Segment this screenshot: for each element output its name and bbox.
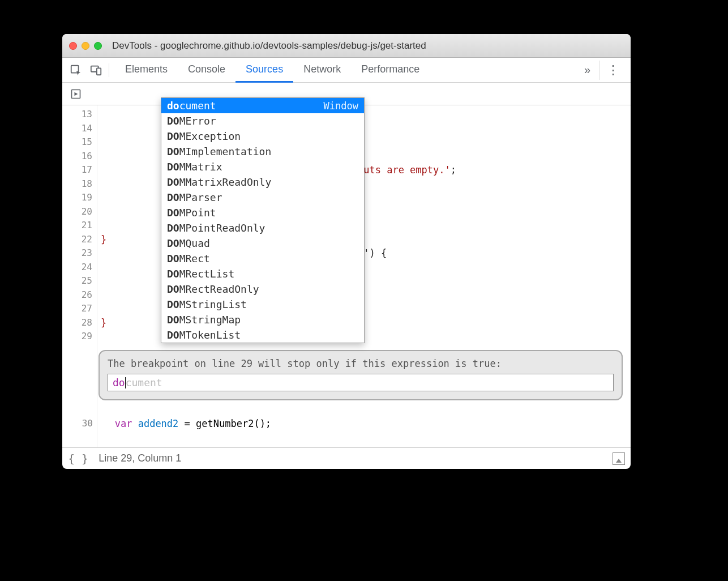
- settings-menu-icon[interactable]: ⋮: [599, 61, 626, 80]
- autocomplete-item[interactable]: DOMMatrixReadOnly: [161, 174, 364, 190]
- line-number[interactable]: 27: [62, 302, 92, 316]
- line-number[interactable]: 18: [62, 177, 92, 191]
- autocomplete-item[interactable]: DOMRect: [161, 251, 364, 266]
- autocomplete-item[interactable]: DOMPoint: [161, 205, 364, 220]
- panel-tabs: ElementsConsoleSourcesNetworkPerformance: [115, 58, 430, 83]
- line-number[interactable]: 14: [62, 122, 92, 136]
- window-title: DevTools - googlechrome.github.io/devtoo…: [112, 40, 426, 52]
- tab-performance[interactable]: Performance: [351, 58, 430, 83]
- resume-script-icon[interactable]: [67, 85, 85, 103]
- line-number[interactable]: 26: [62, 288, 92, 302]
- autocomplete-popup: documentWindowDOMErrorDOMExceptionDOMImp…: [161, 97, 365, 343]
- line-number[interactable]: 22: [62, 233, 92, 247]
- code-line-30[interactable]: var addend2 = getNumber2();: [97, 417, 271, 431]
- completion-hint: cument: [126, 377, 162, 388]
- line-number[interactable]: 19: [62, 191, 92, 205]
- breakpoint-instruction-label: The breakpoint on line 29 will stop only…: [108, 357, 614, 370]
- autocomplete-item[interactable]: DOMParser: [161, 190, 364, 205]
- line-number[interactable]: 20: [62, 205, 92, 219]
- autocomplete-item[interactable]: DOMStringMap: [161, 312, 364, 327]
- tab-sources[interactable]: Sources: [235, 58, 293, 83]
- line-number[interactable]: 13: [62, 108, 92, 122]
- window-controls: [69, 42, 102, 50]
- line-number[interactable]: 24: [62, 260, 92, 275]
- autocomplete-item[interactable]: DOMPointReadOnly: [161, 220, 364, 236]
- devtools-window: DevTools - googlechrome.github.io/devtoo…: [62, 34, 631, 469]
- editor-statusbar: { } Line 29, Column 1: [62, 447, 631, 469]
- autocomplete-item[interactable]: DOMStringList: [161, 297, 364, 312]
- tab-console[interactable]: Console: [178, 58, 235, 83]
- tab-elements[interactable]: Elements: [115, 58, 178, 83]
- line-number[interactable]: 29: [62, 330, 92, 344]
- autocomplete-item[interactable]: DOMException: [161, 129, 364, 144]
- line-number[interactable]: 28: [62, 316, 92, 330]
- more-tabs-icon[interactable]: »: [579, 61, 596, 79]
- breakpoint-expression-input[interactable]: document: [108, 374, 614, 391]
- line-number[interactable]: 15: [62, 135, 92, 149]
- tab-network[interactable]: Network: [293, 58, 351, 83]
- divider: [109, 63, 109, 77]
- conditional-breakpoint-popup: The breakpoint on line 29 will stop only…: [99, 350, 623, 400]
- autocomplete-item[interactable]: DOMRectList: [161, 266, 364, 281]
- autocomplete-item[interactable]: DOMQuad: [161, 236, 364, 251]
- line-number[interactable]: 30: [62, 417, 97, 431]
- line-number-gutter[interactable]: 1314151617181920212223242526272829: [62, 105, 97, 447]
- autocomplete-item[interactable]: DOMMatrix: [161, 159, 364, 174]
- devtools-tabbar: ElementsConsoleSourcesNetworkPerformance…: [62, 58, 631, 83]
- format-code-icon[interactable]: { }: [68, 452, 88, 465]
- svg-rect-2: [97, 68, 101, 75]
- show-console-drawer-icon[interactable]: [613, 452, 625, 465]
- device-toolbar-icon[interactable]: [87, 61, 105, 79]
- maximize-window-button[interactable]: [94, 42, 102, 50]
- autocomplete-item[interactable]: documentWindow: [161, 98, 364, 113]
- line-number[interactable]: 21: [62, 219, 92, 233]
- close-window-button[interactable]: [69, 42, 77, 50]
- autocomplete-item[interactable]: DOMTokenList: [161, 327, 364, 343]
- autocomplete-item[interactable]: DOMRectReadOnly: [161, 281, 364, 297]
- line-number[interactable]: 25: [62, 274, 92, 288]
- inspect-element-icon[interactable]: [67, 61, 85, 79]
- line-number[interactable]: 17: [62, 163, 92, 177]
- titlebar: DevTools - googlechrome.github.io/devtoo…: [62, 34, 631, 58]
- line-number[interactable]: 16: [62, 149, 92, 164]
- typed-text: do: [113, 377, 125, 388]
- minimize-window-button[interactable]: [82, 42, 89, 50]
- autocomplete-item[interactable]: DOMError: [161, 113, 364, 129]
- line-number[interactable]: 23: [62, 246, 92, 260]
- cursor-position-label: Line 29, Column 1: [99, 452, 181, 464]
- autocomplete-item[interactable]: DOMImplementation: [161, 144, 364, 159]
